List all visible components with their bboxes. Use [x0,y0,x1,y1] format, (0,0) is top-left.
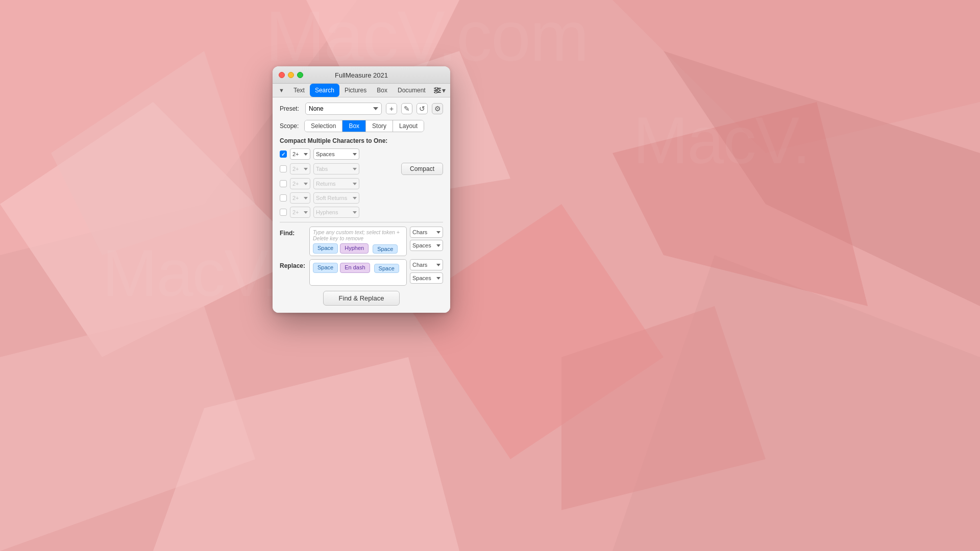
tab-text[interactable]: Text [288,84,310,97]
replace-input-area[interactable]: Space En dash Space [309,259,407,286]
compact-checkbox-4[interactable] [280,194,287,202]
tab-pictures[interactable]: Pictures [339,84,372,97]
svg-marker-7 [612,255,980,551]
replace-chars-dropdown[interactable]: Chars [410,259,443,270]
content-area: Preset: None + ✎ ↺ ⚙ Scope: Selection Bo… [273,97,450,313]
traffic-lights [279,72,303,78]
window-title: FullMeasure 2021 [335,71,388,79]
replace-token-endash[interactable]: En dash [340,263,370,273]
app-window: FullMeasure 2021 ▼ Text Search Pictures … [273,66,450,313]
svg-point-19 [435,91,437,93]
preset-edit-button[interactable]: ✎ [401,103,412,114]
svg-marker-4 [0,102,306,357]
scope-row: Scope: Selection Box Story Layout [280,120,443,132]
tab-bar: ▼ Text Search Pictures Box Document ▾ [273,84,450,97]
find-dropdowns: Chars Spaces [410,227,443,251]
preset-row: Preset: None + ✎ ↺ ⚙ [280,103,443,115]
tab-search[interactable]: Search [310,84,339,97]
settings-icon[interactable]: ▾ [431,84,449,96]
svg-marker-8 [153,357,459,551]
find-placeholder: Type any custom text; select token + Del… [313,229,403,241]
compact-count-5[interactable]: 2+ [290,207,310,218]
compact-type-2[interactable]: Tabs [313,163,359,174]
replace-token-space2[interactable]: Space [374,264,399,273]
scope-box[interactable]: Box [342,120,366,132]
preset-reset-button[interactable]: ↺ [416,103,428,114]
compact-count-1[interactable]: 2+3+4+ [290,148,310,160]
scope-label: Scope: [280,122,304,130]
find-token-space2[interactable]: Space [373,244,398,254]
find-input-area[interactable]: Type any custom text; select token + Del… [309,227,407,256]
tab-arrow-icon[interactable]: ▼ [277,84,286,96]
find-tokens: Space Hyphen Space [313,243,403,254]
find-chars-dropdown[interactable]: Chars [410,227,443,238]
replace-spaces-dropdown[interactable]: Spaces [410,272,443,284]
compact-row-5: 2+ Hyphens [280,207,443,218]
scope-buttons: Selection Box Story Layout [304,120,424,132]
tab-document[interactable]: Document [393,84,431,97]
svg-marker-5 [664,51,980,306]
svg-point-18 [437,89,439,91]
preset-gear-button[interactable]: ⚙ [432,103,443,114]
find-replace-button[interactable]: Find & Replace [323,291,400,306]
compact-button[interactable]: Compact [401,163,443,175]
compact-checkbox-5[interactable] [280,209,287,216]
svg-marker-2 [612,0,980,153]
tab-box[interactable]: Box [372,84,393,97]
compact-type-1[interactable]: Spaces [313,148,359,160]
compact-type-3[interactable]: Returns [313,178,359,189]
settings-chevron: ▾ [442,86,446,94]
compact-type-5[interactable]: Hyphens [313,207,359,218]
maximize-button[interactable] [297,72,303,78]
svg-marker-13 [561,306,766,510]
compact-count-2[interactable]: 2+ [290,163,310,174]
divider-1 [280,222,443,222]
find-spaces-dropdown[interactable]: Spaces [410,240,443,251]
scope-selection[interactable]: Selection [305,120,342,132]
compact-row-4: 2+ Soft Returns [280,192,443,204]
replace-label: Replace: [280,259,306,269]
compact-row-3: 2+ Returns [280,178,443,189]
compact-type-4[interactable]: Soft Returns [313,192,359,204]
close-button[interactable] [279,72,285,78]
svg-rect-0 [0,0,980,551]
scope-layout[interactable]: Layout [393,120,424,132]
replace-token-space1[interactable]: Space [313,263,338,273]
minimize-button[interactable] [288,72,294,78]
compact-count-3[interactable]: 2+ [290,178,310,189]
compact-checkbox-3[interactable] [280,180,287,187]
find-token-space1[interactable]: Space [313,243,338,254]
compact-row-2: 2+ Tabs Compact [280,163,443,175]
compact-section-heading: Compact Multiple Characters to One: [280,137,443,144]
svg-marker-11 [51,51,255,255]
preset-add-button[interactable]: + [386,103,397,114]
preset-label: Preset: [280,105,301,112]
preset-select[interactable]: None [305,103,382,115]
find-token-hyphen[interactable]: Hyphen [340,243,369,254]
title-bar: FullMeasure 2021 [273,66,450,84]
find-row: Find: Type any custom text; select token… [280,227,443,256]
compact-row-1: 2+3+4+ Spaces [280,148,443,160]
scope-story[interactable]: Story [366,120,393,132]
compact-count-4[interactable]: 2+ [290,192,310,204]
replace-row: Replace: Space En dash Space Chars Space… [280,259,443,286]
compact-checkbox-1[interactable] [280,151,287,158]
replace-dropdowns: Chars Spaces [410,259,443,284]
svg-marker-6 [0,306,255,551]
svg-point-17 [435,87,437,89]
replace-tokens: Space En dash Space [313,263,403,273]
compact-checkbox-2[interactable] [280,165,287,172]
svg-marker-10 [612,102,868,306]
find-label: Find: [280,227,306,237]
